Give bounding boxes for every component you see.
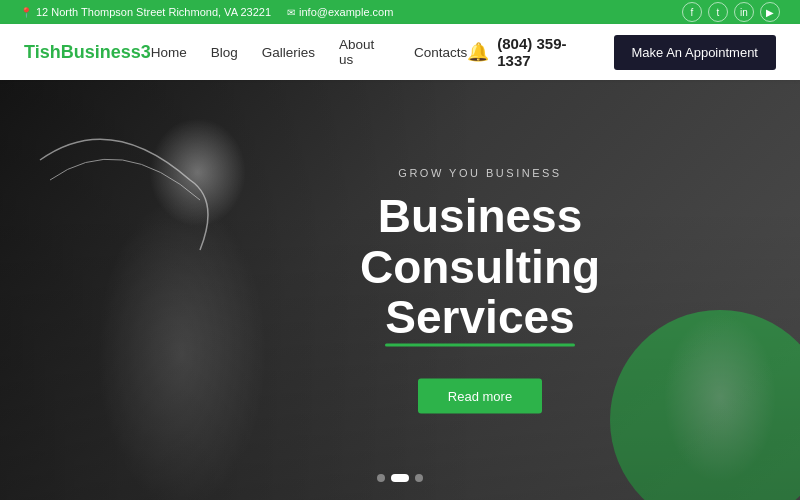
nav-links: Home Blog Galleries About us Contacts bbox=[151, 37, 468, 67]
nav-blog[interactable]: Blog bbox=[211, 45, 238, 60]
email-icon bbox=[287, 7, 295, 18]
email-item: info@example.com bbox=[287, 6, 393, 18]
hero-title: Business Consulting Services bbox=[280, 191, 680, 343]
hero-title-line2: Services bbox=[385, 292, 574, 343]
navbar: TishBusiness3 Home Blog Galleries About … bbox=[0, 24, 800, 80]
instagram-icon[interactable]: in bbox=[734, 2, 754, 22]
hero-title-line1: Business Consulting bbox=[360, 190, 600, 293]
youtube-icon[interactable]: ▶ bbox=[760, 2, 780, 22]
phone-display: 🔔 (804) 359-1337 bbox=[467, 35, 597, 69]
twitter-icon[interactable]: t bbox=[708, 2, 728, 22]
read-more-button[interactable]: Read more bbox=[418, 378, 542, 413]
decorative-lines bbox=[30, 100, 230, 280]
nav-about[interactable]: About us bbox=[339, 37, 390, 67]
social-links: f t in ▶ bbox=[682, 2, 780, 22]
slider-dots bbox=[377, 474, 423, 482]
phone-icon: 🔔 bbox=[467, 41, 489, 63]
nav-right: 🔔 (804) 359-1337 Make An Appointment bbox=[467, 35, 776, 70]
hero-content: GROW YOU BUSINESS Business Consulting Se… bbox=[280, 167, 680, 414]
phone-number: (804) 359-1337 bbox=[497, 35, 597, 69]
site-logo[interactable]: TishBusiness3 bbox=[24, 42, 151, 63]
nav-home[interactable]: Home bbox=[151, 45, 187, 60]
top-bar: 12 North Thompson Street Richmond, VA 23… bbox=[0, 0, 800, 24]
nav-galleries[interactable]: Galleries bbox=[262, 45, 315, 60]
appointment-button[interactable]: Make An Appointment bbox=[614, 35, 776, 70]
slider-dot-1[interactable] bbox=[377, 474, 385, 482]
address-item: 12 North Thompson Street Richmond, VA 23… bbox=[20, 6, 271, 18]
facebook-icon[interactable]: f bbox=[682, 2, 702, 22]
slider-dot-2[interactable] bbox=[391, 474, 409, 482]
top-bar-left: 12 North Thompson Street Richmond, VA 23… bbox=[20, 6, 393, 18]
nav-contacts[interactable]: Contacts bbox=[414, 45, 467, 60]
email-text: info@example.com bbox=[299, 6, 393, 18]
hero-subtitle: GROW YOU BUSINESS bbox=[280, 167, 680, 179]
hero-section: GROW YOU BUSINESS Business Consulting Se… bbox=[0, 80, 800, 500]
slider-dot-3[interactable] bbox=[415, 474, 423, 482]
location-icon bbox=[20, 7, 32, 18]
address-text: 12 North Thompson Street Richmond, VA 23… bbox=[36, 6, 271, 18]
